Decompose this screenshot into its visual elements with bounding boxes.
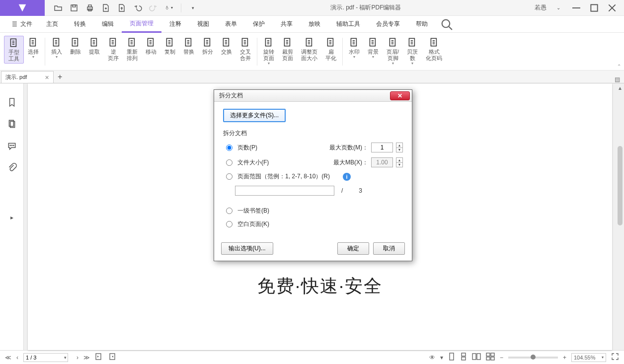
menu-tab-0[interactable]: 主页 [38,16,66,33]
zoom-in-icon[interactable]: + [563,354,566,361]
maximize-icon[interactable] [588,2,600,14]
prev-page-icon[interactable]: ‹ [16,354,18,361]
save-icon[interactable] [70,3,78,12]
ribbon-item-1[interactable]: 选择▾ [24,36,43,60]
continuous-icon[interactable] [460,353,467,362]
range-slash: / [341,187,343,194]
zoom-out-icon[interactable]: − [500,354,503,361]
bookmark-icon[interactable] [7,97,17,107]
menu-tab-4[interactable]: 注释 [161,16,189,33]
ribbon-item-21[interactable]: 背景▾ [364,36,383,60]
output-options-button[interactable]: 输出选项(U)... [221,242,273,255]
expand-sidebar-icon[interactable]: ▸ [7,213,17,222]
radio-range[interactable] [226,173,233,180]
range-input[interactable] [235,186,334,196]
file-menu[interactable]: ☰ 文件 [6,20,38,28]
ribbon-label: 贝茨数 [407,49,418,62]
page-dropdown-icon[interactable]: ▾ [64,355,67,360]
select-more-files-button[interactable]: 选择更多文件(S)... [223,109,286,122]
dialog-titlebar[interactable]: 拆分文档 ✕ [214,90,412,102]
ribbon-item-4[interactable]: 删除 [66,36,85,56]
menu-tab-7[interactable]: 保护 [245,16,273,33]
two-continuous-icon[interactable] [486,353,495,362]
close-icon[interactable] [606,2,618,14]
scrollbar[interactable]: ▴ [616,83,624,350]
pages-icon[interactable] [7,119,17,129]
menu-tab-1[interactable]: 转换 [66,16,94,33]
menu-tab-9[interactable]: 放映 [301,16,328,33]
zoom-slider[interactable] [508,357,558,359]
panel-toggle-icon[interactable]: ▤ [611,76,624,83]
ribbon-item-12[interactable]: 交换 [217,36,236,56]
menu-tab-12[interactable]: 帮助 [408,16,436,33]
menu-tab-11[interactable]: 会员专享 [368,16,408,33]
radio-bookmark[interactable] [226,208,233,214]
page-add-icon[interactable] [101,3,110,12]
reflow-back-icon[interactable] [95,353,103,362]
ribbon-item-20[interactable]: 水印▾ [345,36,364,60]
two-page-icon[interactable] [472,353,481,362]
info-icon[interactable]: i [343,173,351,181]
cancel-button[interactable]: 取消 [373,242,405,255]
menu-tab-6[interactable]: 表单 [217,16,245,33]
ribbon-item-5[interactable]: 提取 [85,36,104,56]
scroll-up-icon[interactable]: ▴ [619,84,622,91]
attachment-icon[interactable] [7,163,17,173]
page-input[interactable] [23,353,68,362]
ribbon-item-24[interactable]: 格式化页码 [422,36,446,63]
first-page-icon[interactable]: ≪ [5,354,11,361]
user-dropdown-icon[interactable]: ⌄ [552,2,564,14]
print-icon[interactable] [85,3,94,12]
redo-icon[interactable] [149,3,158,12]
radio-filesize[interactable] [226,159,233,166]
ribbon-item-6[interactable]: 逆页序 [104,36,123,63]
page-export-icon[interactable] [117,3,126,12]
menu-tab-10[interactable]: 辅助工具 [328,16,368,33]
menu-tab-3[interactable]: 页面管理 [122,16,161,33]
document-tab[interactable]: 演示. pdf × [1,71,54,83]
user-label[interactable]: 若愚 [535,2,546,14]
fullscreen-icon[interactable] [611,353,619,362]
touch-icon[interactable]: ▾ [165,3,174,12]
radio-blank[interactable] [226,221,233,227]
ribbon-item-3[interactable]: 插入▾ [47,36,66,60]
scroll-thumb[interactable] [618,146,623,225]
reflow-fwd-icon[interactable] [108,353,116,362]
menu-tab-2[interactable]: 编辑 [94,16,122,33]
ribbon-item-7[interactable]: 重新排列 [123,36,142,63]
open-icon[interactable] [54,3,63,12]
dialog-close-button[interactable]: ✕ [390,91,410,100]
ribbon-item-18[interactable]: 扁平化 [321,36,340,63]
ribbon-item-13[interactable]: 交叉合并 [236,36,255,63]
ribbon-label: 页眉/页脚 [387,49,399,62]
ribbon-item-0[interactable]: 手型工具 [4,36,24,64]
ribbon-item-8[interactable]: 移动 [142,36,160,56]
ribbon-item-17[interactable]: 调整页面大小 [297,36,321,63]
comment-icon[interactable] [7,141,17,151]
single-page-icon[interactable] [448,353,455,362]
undo-icon[interactable] [133,3,142,12]
collapse-ribbon-icon[interactable]: ⌃ [617,64,621,69]
menu-tab-8[interactable]: 共享 [273,16,301,33]
ribbon-item-16[interactable]: 裁剪页面 [278,36,297,63]
max-pages-input[interactable] [371,143,393,152]
radio-pages[interactable] [226,145,233,151]
max-pages-spinner[interactable]: ▲▼ [396,143,403,152]
read-mode-icon[interactable]: 👁 [429,354,435,361]
ribbon-item-15[interactable]: 旋转页面▾ [259,36,278,67]
ok-button[interactable]: 确定 [337,242,369,255]
ribbon-item-23[interactable]: 贝茨数▾ [403,36,422,67]
search-icon[interactable] [440,17,454,31]
ribbon-item-11[interactable]: 拆分 [198,36,217,56]
close-tab-icon[interactable]: × [45,73,49,81]
zoom-input[interactable]: 104.55%▾ [571,353,606,362]
ribbon-item-9[interactable]: 复制 [160,36,179,56]
last-page-icon[interactable]: ≫ [83,354,90,361]
next-page-icon[interactable]: › [77,354,78,361]
menu-tab-5[interactable]: 视图 [189,16,217,33]
ribbon-item-22[interactable]: 页眉/页脚▾ [383,36,403,67]
minimize-icon[interactable] [570,2,582,14]
add-tab-button[interactable]: + [54,71,67,83]
qat-dropdown-icon[interactable]: ▾ [188,3,197,12]
ribbon-item-10[interactable]: 替换 [179,36,198,56]
